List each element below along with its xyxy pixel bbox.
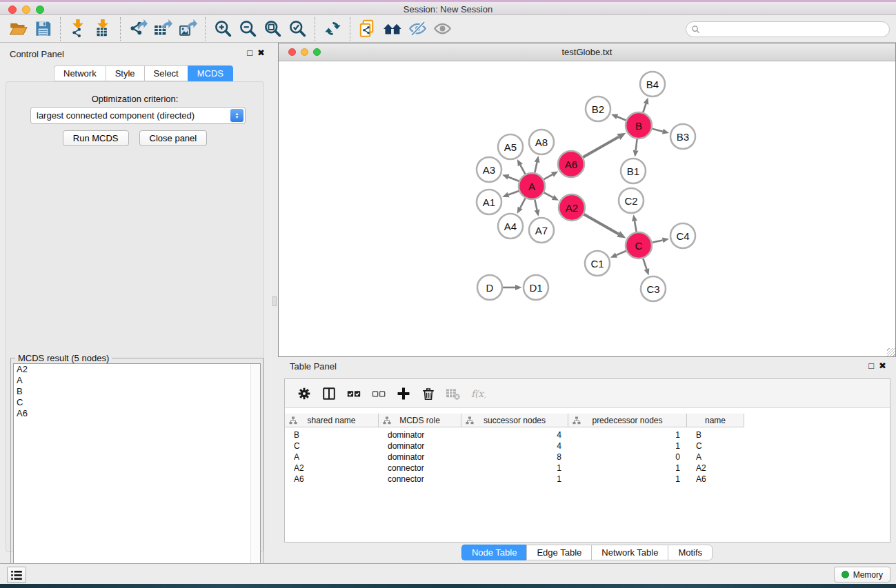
- mcds-result-item[interactable]: A6: [14, 408, 260, 419]
- close-panel-icon[interactable]: ✖: [879, 361, 886, 371]
- export-image-button[interactable]: [175, 17, 200, 41]
- columns-button[interactable]: [317, 382, 341, 405]
- save-button[interactable]: [30, 17, 55, 41]
- node-C2[interactable]: C2: [619, 188, 644, 213]
- network-canvas[interactable]: B4B2BB3B1A5A8A6A3AA1A2A4A7C2CC4C1C3DD1: [279, 61, 895, 356]
- float-panel-icon[interactable]: □: [868, 361, 874, 371]
- search-box[interactable]: [686, 21, 890, 37]
- criterion-dropdown[interactable]: largest connected component (directed) ▲…: [30, 107, 246, 124]
- node-C1[interactable]: C1: [585, 251, 610, 276]
- node-A4[interactable]: A4: [498, 214, 523, 239]
- column-header-shared-name[interactable]: shared name: [285, 414, 379, 427]
- network-graph[interactable]: B4B2BB3B1A5A8A6A3AA1A2A4A7C2CC4C1C3DD1: [279, 61, 895, 356]
- node-A5[interactable]: A5: [498, 134, 523, 159]
- mcds-result-item[interactable]: C: [14, 397, 260, 408]
- tab-network-table[interactable]: Network Table: [591, 545, 668, 560]
- edge-A-A3[interactable]: [508, 177, 519, 181]
- mcds-result-list[interactable]: A2ABCA6: [13, 363, 261, 587]
- edge-C-C4[interactable]: [653, 240, 663, 242]
- tab-node-table[interactable]: Node Table: [461, 545, 527, 560]
- table-row[interactable]: Bdominator41B: [285, 429, 890, 440]
- edge-C-C2[interactable]: [635, 221, 637, 232]
- node-A3[interactable]: A3: [477, 157, 501, 182]
- tab-style[interactable]: Style: [106, 65, 144, 81]
- node-D[interactable]: D: [477, 275, 502, 300]
- edge-B-B4[interactable]: [643, 103, 646, 112]
- table-row[interactable]: A6connector11A6: [285, 474, 890, 485]
- export-network-button[interactable]: [126, 17, 150, 41]
- gear-button[interactable]: [292, 382, 317, 405]
- result-scrollbar[interactable]: [250, 364, 260, 586]
- edge-A6-B[interactable]: [583, 137, 619, 157]
- column-header-name[interactable]: name: [687, 414, 744, 427]
- import-table-button[interactable]: [90, 17, 115, 41]
- mcds-result-item[interactable]: B: [14, 386, 260, 397]
- table-row[interactable]: A2connector11A2: [285, 463, 890, 474]
- edge-B-B2[interactable]: [617, 116, 626, 120]
- clone-network-button[interactable]: [355, 17, 380, 41]
- edge-A2-C[interactable]: [584, 214, 618, 234]
- edge-A-A6[interactable]: [544, 174, 552, 179]
- node-C3[interactable]: C3: [641, 276, 666, 301]
- node-C[interactable]: C: [626, 232, 652, 258]
- table-row[interactable]: Adominator80A: [285, 452, 890, 463]
- edge-A-A7[interactable]: [535, 200, 537, 210]
- node-A6[interactable]: A6: [558, 151, 584, 177]
- splitter-handle[interactable]: [272, 296, 277, 306]
- edge-C-C1[interactable]: [617, 251, 626, 255]
- edge-A-A4[interactable]: [520, 199, 525, 208]
- task-history-button[interactable]: [7, 567, 26, 583]
- node-C4[interactable]: C4: [670, 223, 695, 248]
- edge-B-B3[interactable]: [652, 129, 662, 132]
- select-all-button[interactable]: [341, 382, 366, 405]
- import-network-button[interactable]: [66, 17, 90, 41]
- run-mcds-button[interactable]: Run MCDS: [63, 130, 129, 146]
- zoom-selected-button[interactable]: [285, 17, 310, 41]
- refresh-button[interactable]: [320, 17, 345, 41]
- home-button[interactable]: [380, 17, 405, 41]
- column-header-successor-nodes[interactable]: successor nodes: [461, 414, 568, 427]
- zoom-out-button[interactable]: [235, 17, 260, 41]
- network-window-titlebar[interactable]: testGlobe.txt: [279, 43, 895, 61]
- close-panel-button[interactable]: Close panel: [139, 130, 208, 146]
- tab-select[interactable]: Select: [144, 65, 188, 81]
- add-button[interactable]: [391, 382, 416, 405]
- edge-A-A2[interactable]: [544, 192, 553, 197]
- node-B3[interactable]: B3: [670, 124, 695, 149]
- node-B2[interactable]: B2: [586, 97, 610, 121]
- search-input[interactable]: [700, 25, 889, 34]
- tab-motifs[interactable]: Motifs: [668, 545, 713, 560]
- mcds-result-item[interactable]: A2: [14, 364, 260, 375]
- resize-grip-icon[interactable]: [887, 348, 895, 356]
- memory-button[interactable]: Memory: [834, 567, 890, 582]
- mcds-result-item[interactable]: A: [14, 375, 260, 386]
- show-eye-button[interactable]: [430, 17, 455, 41]
- edge-B-B1[interactable]: [636, 139, 637, 150]
- hide-eye-button[interactable]: [405, 17, 430, 41]
- node-A7[interactable]: A7: [529, 218, 554, 243]
- trash-button[interactable]: [416, 382, 441, 405]
- deselect-all-button[interactable]: [366, 382, 391, 405]
- zoom-fit-button[interactable]: [260, 17, 285, 41]
- tab-mcds[interactable]: MCDS: [188, 65, 233, 81]
- node-B4[interactable]: B4: [640, 72, 665, 97]
- edge-A-A1[interactable]: [508, 191, 519, 195]
- column-header-predecessor-nodes[interactable]: predecessor nodes: [568, 414, 687, 427]
- open-folder-button[interactable]: [6, 17, 30, 41]
- zoom-in-button[interactable]: [210, 17, 235, 41]
- edge-A-A5[interactable]: [520, 165, 525, 174]
- tab-network[interactable]: Network: [54, 65, 106, 81]
- close-panel-icon[interactable]: ✖: [257, 48, 265, 58]
- node-D1[interactable]: D1: [524, 275, 548, 300]
- column-header-MCDS-role[interactable]: MCDS role: [379, 414, 461, 427]
- node-B[interactable]: B: [626, 112, 652, 139]
- node-A1[interactable]: A1: [477, 190, 501, 214]
- node-A2[interactable]: A2: [559, 194, 585, 221]
- node-A8[interactable]: A8: [529, 130, 554, 154]
- edge-C-C3[interactable]: [643, 258, 646, 270]
- node-A[interactable]: A: [519, 173, 545, 199]
- node-B1[interactable]: B1: [621, 159, 646, 183]
- export-table-button[interactable]: [150, 17, 175, 41]
- tab-edge-table[interactable]: Edge Table: [526, 545, 591, 560]
- edge-A-A8[interactable]: [535, 162, 537, 172]
